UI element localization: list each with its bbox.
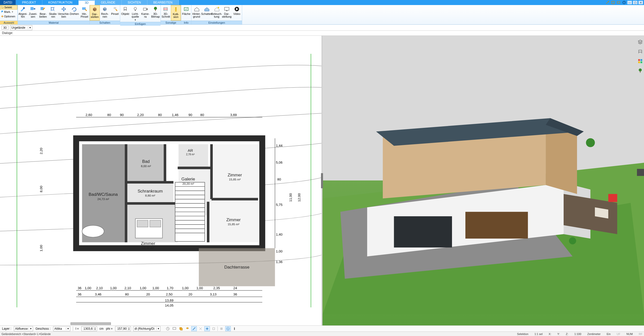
grid-icon[interactable]	[219, 326, 224, 331]
darstellen-button[interactable]: Dar- stellen	[90, 5, 100, 21]
mode-indicator[interactable]: 3D	[2, 26, 9, 30]
snap4-icon[interactable]	[211, 326, 216, 331]
skalieren-button[interactable]: Skalie- ren	[48, 5, 58, 21]
svg-text:2,10: 2,10	[96, 286, 103, 290]
selekt-button[interactable]: Selekt	[0, 5, 17, 10]
svg-rect-137	[640, 61, 642, 63]
snap2-icon[interactable]	[198, 326, 203, 331]
hinpinsel-button[interactable]: Hin. Pinsel	[79, 5, 89, 21]
zuweisen-button[interactable]: Zuwei- sen	[28, 5, 38, 21]
phi-input[interactable]: ▲▼	[115, 326, 131, 331]
rail-expand-handle[interactable]	[637, 169, 644, 176]
monitor-icon	[223, 6, 230, 12]
abgreifen-button[interactable]: Abgrei- fen	[18, 5, 28, 21]
edit-icon	[40, 6, 47, 12]
tools-icon[interactable]	[605, 1, 610, 4]
svg-rect-147	[234, 327, 235, 330]
selekt-label: Selekt	[4, 6, 12, 9]
tree-rail-icon[interactable]	[637, 68, 643, 73]
rechnen-button[interactable]: Rech- nen	[100, 5, 110, 21]
geschoss-select[interactable]: ▼	[53, 326, 70, 331]
monitor-small-icon[interactable]	[172, 326, 177, 331]
svg-text:13,69: 13,69	[165, 298, 174, 302]
snap3-icon[interactable]	[204, 326, 210, 331]
drehen-button[interactable]: Drehen	[69, 5, 79, 21]
chevron-down-icon[interactable]: ▼	[66, 327, 70, 330]
menu-konstruktion[interactable]: KONSTRUKTION	[42, 0, 79, 5]
screen-icon[interactable]	[616, 1, 621, 4]
bearbeiten-button[interactable]: Bear- beiten	[38, 5, 48, 21]
l-input[interactable]: ▲▼	[81, 326, 97, 331]
beleuchtung-button[interactable]: Beleuch- tung	[212, 5, 222, 21]
verschieben-button[interactable]: Verschie- ben	[58, 5, 69, 21]
rbtn-label: Kame- ra	[141, 13, 149, 18]
north-icon[interactable]: N	[225, 326, 231, 331]
help-icon[interactable]: ?	[622, 1, 626, 4]
stack-icon[interactable]	[178, 326, 184, 331]
close-button[interactable]: ✕	[638, 1, 643, 4]
snap1-icon[interactable]	[191, 326, 197, 331]
svg-rect-50	[137, 220, 148, 227]
svg-text:1,36: 1,36	[276, 260, 282, 264]
group-einstellungen-label: Einstellungen	[191, 21, 242, 24]
palette-icon[interactable]	[637, 58, 643, 64]
chevron-down-icon: ▼	[12, 11, 14, 13]
flaeche-button[interactable]: m² Fläche	[181, 5, 191, 21]
schnitt-button[interactable]: 3D- Schnitt	[161, 5, 171, 21]
chevron-down-icon[interactable]: ▼	[156, 327, 160, 330]
rbtn-label: Hinter- grund	[192, 13, 201, 18]
plan-hscroll[interactable]	[71, 322, 111, 325]
svg-text:Zimmer: Zimmer	[228, 173, 242, 177]
bitmap-button[interactable]: 3D- Bitmap	[150, 5, 160, 22]
pinsel-button[interactable]: Pinsel	[110, 5, 120, 21]
mark-button[interactable]: Mark. ▼	[0, 10, 17, 14]
kollision-button[interactable]: Kolli- sion	[171, 5, 181, 21]
clock-icon[interactable]	[165, 326, 171, 331]
chevron-down-icon[interactable]: ▼	[29, 327, 33, 330]
layers-icon[interactable]	[637, 39, 643, 45]
window-icon[interactable]	[611, 1, 615, 4]
maximize-button[interactable]: ▢	[633, 1, 637, 4]
svg-text:14,05: 14,05	[165, 304, 174, 307]
input-mode-value[interactable]	[134, 327, 156, 330]
svg-point-129	[586, 138, 595, 147]
phi-value[interactable]	[115, 327, 127, 330]
schatten-button[interactable]: Schatten	[202, 5, 212, 21]
menu-3d[interactable]: 3D	[79, 0, 95, 5]
svg-text:20: 20	[146, 292, 150, 296]
house-light-icon	[213, 6, 220, 12]
rbtn-label: Dar- stellen	[91, 13, 99, 18]
info-small-icon[interactable]	[232, 326, 237, 331]
chevron-down-icon[interactable]: ▼	[28, 26, 32, 29]
status-x: X:	[549, 332, 551, 335]
input-mode-select[interactable]: ▼	[133, 326, 160, 331]
kamera-button[interactable]: Kame- ra	[140, 5, 150, 22]
layer-value[interactable]	[14, 327, 29, 330]
plan-view[interactable]: Bad 8,00 m² AR 2,78 m² Galerie 20,20 m² …	[0, 36, 323, 325]
render-view[interactable]	[323, 36, 644, 325]
splitter-handle[interactable]	[321, 173, 323, 188]
menu-gelaende[interactable]: GELÄNDE	[95, 0, 121, 5]
layer-select[interactable]: ▼	[14, 326, 33, 331]
l-value[interactable]	[82, 327, 93, 330]
optionen-button[interactable]: Optionen	[0, 14, 17, 19]
objekt-button[interactable]: Objekt	[120, 5, 130, 22]
minimize-button[interactable]: —	[627, 1, 632, 4]
layers-small-icon[interactable]	[185, 326, 190, 331]
darstellung-button[interactable]: Dar- stellung	[222, 5, 232, 21]
eyedropper-icon	[19, 6, 26, 12]
furniture-icon[interactable]	[637, 49, 643, 54]
lichtquelle-button[interactable]: Licht- quelle▼	[130, 5, 140, 22]
geschoss-value[interactable]	[53, 327, 66, 330]
menu-projekt[interactable]: PROJEKT	[16, 0, 42, 5]
terrain-select[interactable]: ▼	[10, 25, 32, 30]
menu-datei[interactable]: DATEI	[0, 0, 16, 5]
hintergrund-button[interactable]: Hinter- grund	[191, 5, 202, 21]
video-button[interactable]: Video	[232, 5, 242, 21]
status-bar: Geländebereich <Standard> L=Gelände Sele…	[0, 331, 644, 336]
menu-bearbeiten[interactable]: BEARBEITEN	[147, 0, 179, 5]
menu-sichten[interactable]: SICHTEN	[122, 0, 147, 5]
terrain-select-value[interactable]	[10, 26, 28, 29]
svg-rect-139	[640, 71, 640, 73]
rotate-icon	[71, 6, 78, 12]
